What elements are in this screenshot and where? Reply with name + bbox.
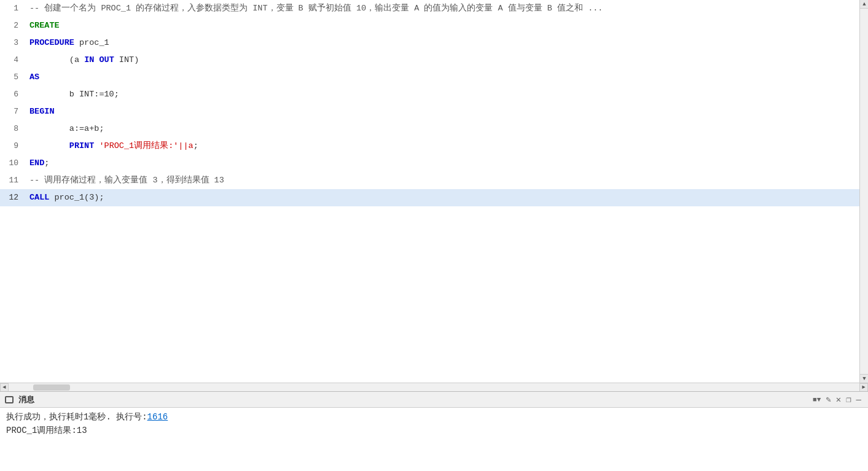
bottom-panel-right-icons: ■▼ ✎ ✕ ❐ —: [811, 394, 863, 405]
token: PRINT: [69, 141, 95, 150]
token: OUT: [99, 55, 114, 64]
line-number-11: 11: [0, 172, 23, 189]
line-numbers: 123456789101112: [0, 0, 23, 383]
token: -- 创建一个名为 PROC_1 的存储过程，入参数据类型为 INT，变量 B …: [29, 4, 603, 13]
line-number-10: 10: [0, 155, 23, 172]
token: a:=a+b;: [29, 124, 104, 133]
scroll-left-arrow[interactable]: ◄: [0, 383, 9, 392]
scroll-up-arrow[interactable]: ▲: [860, 0, 868, 9]
bottom-panel-header: 消息 ■▼ ✎ ✕ ❐ —: [0, 392, 868, 408]
line-number-4: 4: [0, 52, 23, 69]
code-line-7[interactable]: BEGIN: [23, 103, 859, 120]
scroll-down-arrow[interactable]: ▼: [860, 374, 868, 383]
scroll-track-horizontal[interactable]: [9, 384, 859, 391]
line-number-1: 1: [0, 0, 23, 17]
line-number-9: 9: [0, 138, 23, 155]
bottom-panel: 消息 ■▼ ✎ ✕ ❐ — 执行成功，执行耗时1毫秒. 执行号:1616 PRO…: [0, 391, 868, 471]
editor-area: 123456789101112 -- 创建一个名为 PROC_1 的存储过程，入…: [0, 0, 868, 391]
token: BEGIN: [29, 107, 55, 116]
code-line-11[interactable]: -- 调用存储过程，输入变量值 3，得到结果值 13: [23, 172, 859, 189]
vertical-scrollbar[interactable]: ▲ ▼: [859, 0, 868, 383]
token: ;: [194, 141, 198, 150]
line-number-8: 8: [0, 120, 23, 138]
line-number-2: 2: [0, 17, 23, 34]
token: proc_1(3);: [49, 193, 104, 202]
token: CALL: [29, 193, 49, 202]
code-line-8[interactable]: a:=a+b;: [23, 120, 859, 138]
token: INT): [114, 55, 139, 64]
code-line-5[interactable]: AS: [23, 69, 859, 86]
code-line-4[interactable]: (a IN OUT INT): [23, 52, 859, 69]
result-text: PROC_1调用结果:13: [6, 426, 87, 435]
code-line-9[interactable]: PRINT 'PROC_1调用结果:'||a;: [23, 138, 859, 155]
panel-dropdown-icon[interactable]: ■▼: [811, 395, 823, 404]
token: 'PROC_1调用结果:'||a: [99, 141, 193, 150]
line-number-12: 12: [0, 189, 23, 206]
line-number-6: 6: [0, 86, 23, 103]
result-line: PROC_1调用结果:13: [6, 425, 862, 436]
line-number-5: 5: [0, 69, 23, 86]
editor-wrapper: 123456789101112 -- 创建一个名为 PROC_1 的存储过程，入…: [0, 0, 868, 383]
success-line: 执行成功，执行耗时1毫秒. 执行号:1616: [6, 411, 862, 422]
code-lines[interactable]: -- 创建一个名为 PROC_1 的存储过程，入参数据类型为 INT，变量 B …: [23, 0, 859, 383]
line-number-7: 7: [0, 103, 23, 120]
success-text: 执行成功，执行耗时1毫秒. 执行号:: [6, 412, 147, 422]
message-box-icon: [5, 396, 14, 403]
code-line-3[interactable]: PROCEDURE proc_1: [23, 34, 859, 52]
scroll-thumb-horizontal: [33, 384, 70, 391]
code-line-6[interactable]: b INT:=10;: [23, 86, 859, 103]
execution-number[interactable]: 1616: [147, 412, 168, 422]
token: [29, 141, 69, 150]
token: (a: [29, 55, 84, 64]
token: AS: [29, 72, 39, 82]
panel-edit-icon[interactable]: ✎: [824, 394, 832, 405]
code-line-2[interactable]: CREATE: [23, 17, 859, 34]
bottom-panel-title-text: 消息: [18, 394, 34, 405]
token: END: [29, 158, 44, 168]
token: PROCEDURE: [29, 38, 74, 47]
line-number-3: 3: [0, 34, 23, 52]
token: -- 调用存储过程，输入变量值 3，得到结果值 13: [29, 176, 224, 185]
token: ;: [44, 158, 49, 168]
scroll-track-vertical[interactable]: [860, 9, 868, 374]
panel-close-icon[interactable]: ✕: [834, 394, 843, 405]
horizontal-scrollbar[interactable]: ◄ ►: [0, 383, 868, 391]
token: CREATE: [29, 21, 60, 30]
code-line-1[interactable]: -- 创建一个名为 PROC_1 的存储过程，入参数据类型为 INT，变量 B …: [23, 0, 859, 17]
code-line-12[interactable]: CALL proc_1(3);: [23, 189, 859, 206]
token: b INT:=10;: [29, 90, 119, 99]
bottom-panel-content: 执行成功，执行耗时1毫秒. 执行号:1616 PROC_1调用结果:13: [0, 408, 868, 471]
scroll-right-arrow[interactable]: ►: [859, 383, 868, 392]
token: proc_1: [74, 38, 109, 47]
panel-minimize-icon[interactable]: —: [854, 394, 863, 405]
bottom-panel-title: 消息: [5, 394, 34, 405]
panel-restore-icon[interactable]: ❐: [844, 394, 853, 405]
code-line-10[interactable]: END;: [23, 155, 859, 172]
token: IN: [84, 55, 94, 64]
